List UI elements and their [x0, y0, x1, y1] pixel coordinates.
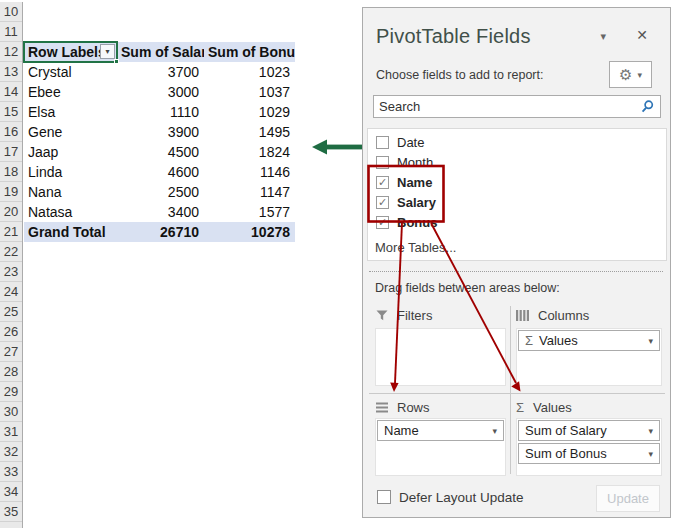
- row-header[interactable]: 15: [0, 102, 22, 122]
- search-icon[interactable]: [640, 99, 655, 114]
- row-header[interactable]: 19: [0, 182, 22, 202]
- chevron-down-icon[interactable]: ▾: [492, 426, 497, 436]
- field-item-date[interactable]: Date: [376, 132, 666, 152]
- chevron-down-icon[interactable]: ▾: [648, 449, 653, 459]
- pivot-cell[interactable]: 3900: [117, 122, 204, 142]
- row-header[interactable]: 20: [0, 202, 22, 222]
- row-header[interactable]: 10: [0, 2, 22, 22]
- pane-close-icon[interactable]: ✕: [636, 27, 648, 43]
- chevron-down-icon[interactable]: ▾: [648, 426, 653, 436]
- field-checkbox[interactable]: ✓: [376, 196, 389, 209]
- area-field-pill[interactable]: ΣValues▾: [518, 330, 660, 351]
- rows-drop-zone[interactable]: Name▾: [375, 418, 506, 476]
- chevron-down-icon[interactable]: ▾: [648, 336, 653, 346]
- field-checkbox[interactable]: ✓: [376, 216, 389, 229]
- drag-areas-label: Drag fields between areas below:: [375, 281, 560, 295]
- grand-total-salary[interactable]: 26710: [117, 222, 204, 242]
- sigma-icon: Σ: [516, 400, 524, 415]
- pivot-cell[interactable]: Jaap: [24, 142, 117, 162]
- area-field-pill[interactable]: Sum of Salary▾: [518, 420, 660, 441]
- worksheet-area[interactable]: 1011121314151617181920212223242526272829…: [0, 0, 362, 528]
- row-header[interactable]: 34: [0, 482, 22, 502]
- excel-pivottable-screenshot: { "spreadsheet": { "row_numbers": ["10",…: [0, 0, 674, 528]
- area-field-pill[interactable]: Name▾: [377, 420, 504, 441]
- row-header[interactable]: 26: [0, 322, 22, 342]
- pivot-cell[interactable]: Natasa: [24, 202, 117, 222]
- filters-drop-zone[interactable]: [375, 328, 506, 386]
- row-header[interactable]: 31: [0, 422, 22, 442]
- row-header[interactable]: 30: [0, 402, 22, 422]
- pivot-cell[interactable]: Elsa: [24, 102, 117, 122]
- pivot-data-row: Nana25001147: [24, 182, 295, 202]
- pivot-header-sum-of-bonus[interactable]: Sum of Bonus: [204, 42, 295, 62]
- row-header[interactable]: 14: [0, 82, 22, 102]
- areas-vertical-divider: [510, 306, 511, 474]
- update-button[interactable]: Update: [596, 485, 660, 512]
- values-drop-zone[interactable]: Sum of Salary▾Sum of Bonus▾: [516, 418, 662, 476]
- pivot-header-sum-of-salary[interactable]: Sum of Salary: [117, 42, 204, 62]
- row-header[interactable]: 17: [0, 142, 22, 162]
- pivot-cell[interactable]: Ebee: [24, 82, 117, 102]
- pivot-cell[interactable]: Gene: [24, 122, 117, 142]
- row-header[interactable]: 24: [0, 282, 22, 302]
- pivot-cell[interactable]: 1037: [204, 82, 295, 102]
- pivot-cell[interactable]: 1023: [204, 62, 295, 82]
- pane-options-chevron-icon[interactable]: ▾: [600, 30, 606, 43]
- pivot-cell[interactable]: Crystal: [24, 62, 117, 82]
- pivot-header-row: Row Labels Sum of Salary Sum of Bonus: [24, 42, 295, 62]
- columns-area-header: Columns: [516, 308, 589, 323]
- row-header[interactable]: 13: [0, 62, 22, 82]
- field-label: Salary: [397, 195, 436, 210]
- sigma-icon: Σ: [525, 333, 533, 348]
- more-tables-link[interactable]: More Tables...: [375, 240, 456, 255]
- field-item-bonus[interactable]: ✓Bonus: [376, 212, 666, 232]
- pivot-cell[interactable]: Nana: [24, 182, 117, 202]
- pivot-cell[interactable]: 2500: [117, 182, 204, 202]
- grand-total-bonus[interactable]: 10278: [204, 222, 295, 242]
- field-item-name[interactable]: ✓Name: [376, 172, 666, 192]
- pivot-cell[interactable]: 1577: [204, 202, 295, 222]
- pivot-cell[interactable]: 1146: [204, 162, 295, 182]
- pivot-cell[interactable]: 3400: [117, 202, 204, 222]
- row-labels-filter-button[interactable]: ▾: [100, 44, 115, 59]
- row-header[interactable]: 29: [0, 382, 22, 402]
- funnel-icon: [376, 310, 388, 321]
- pivot-cell[interactable]: 4600: [117, 162, 204, 182]
- field-checkbox[interactable]: [376, 156, 389, 169]
- dotted-separator: [369, 271, 663, 272]
- pivot-cell[interactable]: Linda: [24, 162, 117, 182]
- pivot-cell[interactable]: 4500: [117, 142, 204, 162]
- row-header[interactable]: 21: [0, 222, 22, 242]
- pill-label: Sum of Salary: [525, 423, 607, 438]
- pivot-cell[interactable]: 1824: [204, 142, 295, 162]
- area-field-pill[interactable]: Sum of Bonus▾: [518, 443, 660, 464]
- row-header[interactable]: 27: [0, 342, 22, 362]
- row-header[interactable]: 11: [0, 22, 22, 42]
- field-item-month[interactable]: Month: [376, 152, 666, 172]
- pivot-cell[interactable]: 1110: [117, 102, 204, 122]
- pivot-cell[interactable]: 3000: [117, 82, 204, 102]
- row-header[interactable]: 35: [0, 502, 22, 522]
- row-header[interactable]: 33: [0, 462, 22, 482]
- field-checkbox[interactable]: ✓: [376, 176, 389, 189]
- pivot-cell[interactable]: 1147: [204, 182, 295, 202]
- row-header[interactable]: 18: [0, 162, 22, 182]
- search-input[interactable]: [373, 95, 661, 118]
- field-item-salary[interactable]: ✓Salary: [376, 192, 666, 212]
- row-header[interactable]: 28: [0, 362, 22, 382]
- columns-drop-zone[interactable]: ΣValues▾: [516, 328, 662, 386]
- row-header[interactable]: 22: [0, 242, 22, 262]
- pivot-cell[interactable]: 1495: [204, 122, 295, 142]
- grand-total-label[interactable]: Grand Total: [24, 222, 117, 242]
- field-checkbox[interactable]: [376, 136, 389, 149]
- defer-layout-update-checkbox[interactable]: [377, 490, 391, 504]
- row-header[interactable]: 32: [0, 442, 22, 462]
- pivot-data-row: Linda46001146: [24, 162, 295, 182]
- pivot-cell[interactable]: 1029: [204, 102, 295, 122]
- row-header[interactable]: 16: [0, 122, 22, 142]
- pivot-cell[interactable]: 3700: [117, 62, 204, 82]
- row-header[interactable]: 25: [0, 302, 22, 322]
- row-header[interactable]: 23: [0, 262, 22, 282]
- row-header[interactable]: 12: [0, 42, 22, 62]
- tools-gear-button[interactable]: ⚙ ▾: [609, 61, 652, 88]
